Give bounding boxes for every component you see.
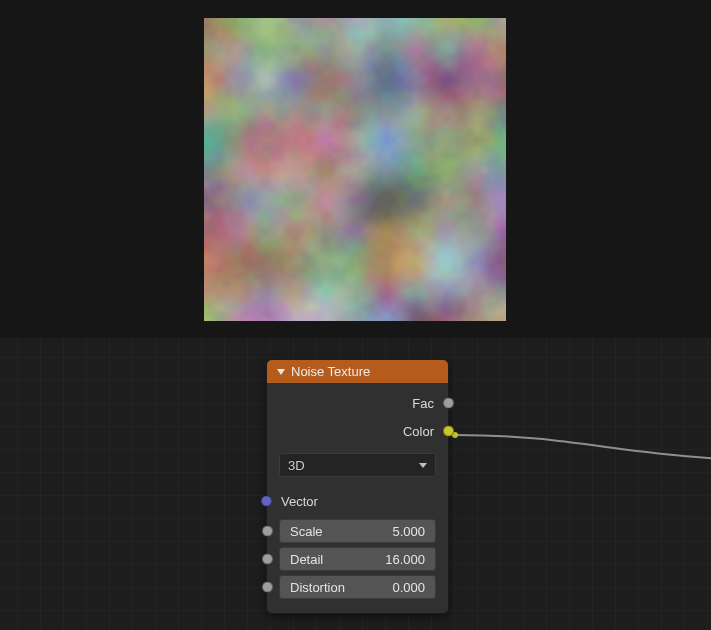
distortion-label: Distortion xyxy=(290,580,345,595)
node-editor-pane[interactable]: Noise Texture Fac Color 3D Vector Sc xyxy=(0,338,711,630)
output-fac-socket[interactable] xyxy=(443,398,454,409)
input-scale-socket[interactable] xyxy=(262,526,273,537)
detail-label: Detail xyxy=(290,552,323,567)
node-title: Noise Texture xyxy=(291,364,370,379)
output-fac-row[interactable]: Fac xyxy=(275,389,440,417)
collapse-arrow-icon[interactable] xyxy=(277,369,285,375)
output-color-socket[interactable] xyxy=(443,426,454,437)
input-detail-socket[interactable] xyxy=(262,554,273,565)
distortion-field[interactable]: Distortion 0.000 xyxy=(279,575,436,599)
output-color-label: Color xyxy=(403,424,434,439)
dimensions-dropdown[interactable]: 3D xyxy=(279,453,436,477)
scale-field[interactable]: Scale 5.000 xyxy=(279,519,436,543)
chevron-down-icon xyxy=(419,463,427,468)
noise-preview-image xyxy=(204,18,506,321)
scale-value: 5.000 xyxy=(392,524,425,539)
detail-value: 16.000 xyxy=(385,552,425,567)
dimensions-selected: 3D xyxy=(288,458,305,473)
detail-field[interactable]: Detail 16.000 xyxy=(279,547,436,571)
scale-label: Scale xyxy=(290,524,323,539)
input-vector-row[interactable]: Vector xyxy=(275,487,440,515)
noise-canvas xyxy=(204,18,506,321)
output-color-row[interactable]: Color xyxy=(275,417,440,445)
input-vector-label: Vector xyxy=(281,494,318,509)
output-fac-label: Fac xyxy=(412,396,434,411)
texture-preview-pane xyxy=(0,0,711,338)
noise-texture-node[interactable]: Noise Texture Fac Color 3D Vector Sc xyxy=(266,359,449,614)
distortion-value: 0.000 xyxy=(392,580,425,595)
node-link-wire xyxy=(449,429,711,469)
node-header[interactable]: Noise Texture xyxy=(267,360,448,383)
input-vector-socket[interactable] xyxy=(261,496,272,507)
node-body: Fac Color 3D Vector Scale 5.000 xyxy=(267,383,448,613)
input-distortion-socket[interactable] xyxy=(262,582,273,593)
